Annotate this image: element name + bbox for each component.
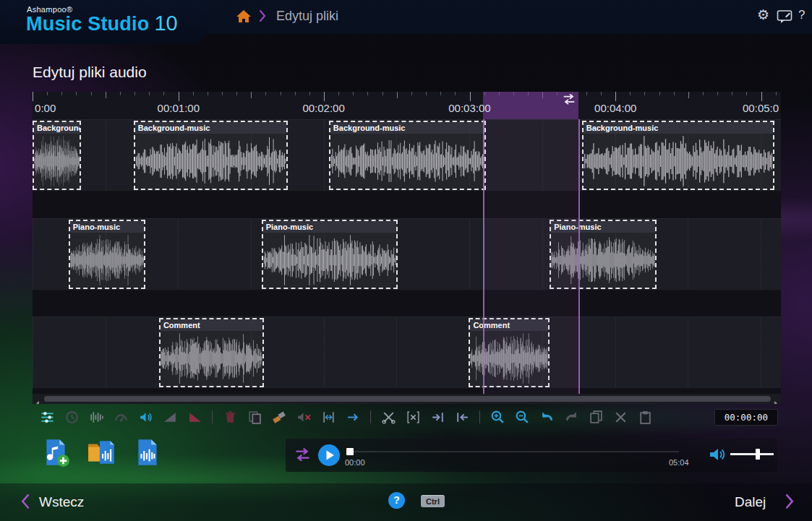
timeline-panel: 0:0000:01:0000:02:0000:03:0000:04:0000:0…: [33, 92, 781, 404]
selection-line-start[interactable]: [483, 119, 484, 394]
ruler-label: 0:00: [35, 102, 56, 114]
cut-selection-icon[interactable]: [404, 408, 422, 426]
ruler-tick: [353, 92, 354, 95]
home-icon[interactable]: [236, 9, 252, 23]
audio-clip[interactable]: Background-music: [134, 121, 288, 190]
copy-icon[interactable]: [587, 408, 604, 426]
audio-clip[interactable]: Comment: [159, 318, 264, 387]
seek-slider[interactable]: [346, 451, 679, 452]
waveform: [135, 134, 286, 188]
breadcrumb: Edytuj pliki: [276, 9, 338, 24]
add-music-file-icon[interactable]: [40, 436, 72, 468]
volume-handle[interactable]: [756, 449, 760, 460]
audio-clip[interactable]: Piano-music: [69, 220, 146, 289]
loop-playback-icon[interactable]: [293, 447, 312, 462]
export-file-icon[interactable]: [132, 436, 164, 468]
zoom-in-icon[interactable]: [489, 408, 506, 426]
ruler-tick: [367, 92, 368, 95]
audio-clip[interactable]: Piano-music: [262, 220, 398, 289]
tempo-icon[interactable]: [112, 408, 129, 426]
fade-out-icon[interactable]: [186, 408, 203, 426]
waveform: [263, 233, 396, 287]
scroll-right-icon[interactable]: [774, 396, 778, 402]
time-ruler[interactable]: 0:0000:01:0000:02:0000:03:0000:04:0000:0…: [33, 92, 781, 119]
ruler-tick: [732, 92, 732, 95]
mute-icon[interactable]: [295, 408, 312, 426]
horizontal-scrollbar[interactable]: [33, 394, 781, 404]
delete-x-icon[interactable]: [612, 408, 629, 426]
selection-line-end[interactable]: [578, 119, 580, 394]
volume-slider[interactable]: [730, 453, 774, 455]
toolbar-divider: [370, 410, 371, 423]
footer-help-icon[interactable]: ?: [388, 492, 405, 509]
file-actions: [40, 436, 164, 468]
audio-clip[interactable]: Background-music: [582, 121, 774, 190]
gear-icon[interactable]: ⚙: [757, 7, 769, 23]
paste-icon[interactable]: [636, 408, 654, 426]
ruler-tick: [76, 92, 77, 95]
app-logo: Music Studio10: [26, 12, 178, 35]
normalize-icon[interactable]: [87, 408, 105, 426]
ruler-tick: [644, 92, 645, 95]
move-right-icon[interactable]: [344, 408, 362, 426]
ruler-tick: [134, 92, 135, 95]
clock-icon[interactable]: [63, 408, 80, 426]
selection-markers-icon[interactable]: [320, 408, 337, 426]
edit-toolbar: 00:00:00: [33, 405, 781, 429]
back-button[interactable]: Wstecz: [39, 494, 84, 510]
import-folder-icon[interactable]: [86, 436, 118, 468]
ruler-tick: [281, 92, 281, 95]
seek-handle[interactable]: [346, 448, 354, 455]
trim-left-icon[interactable]: [453, 408, 471, 426]
speaker-icon[interactable]: [709, 447, 726, 462]
scrollbar-thumb[interactable]: [44, 396, 771, 402]
brand-version: 10: [154, 12, 177, 35]
clip-label: Background-music: [330, 122, 484, 134]
audio-clip[interactable]: Background-music: [329, 121, 486, 190]
fade-in-icon[interactable]: [161, 408, 179, 426]
zoom-out-icon[interactable]: [513, 408, 531, 426]
audio-clip[interactable]: Background: [33, 121, 81, 190]
ruler-tick: [615, 92, 616, 101]
ruler-tick: [601, 92, 602, 95]
ruler-tick: [33, 92, 33, 101]
ruler-label: 00:05:0: [743, 102, 779, 114]
ruler-tick: [659, 92, 660, 95]
volume-icon[interactable]: [137, 408, 154, 426]
ruler-labels: 0:0000:01:0000:02:0000:03:0000:04:0000:0…: [33, 102, 781, 118]
play-button[interactable]: [317, 444, 341, 467]
ruler-tick: [688, 92, 689, 98]
scroll-left-icon[interactable]: [35, 396, 40, 402]
ruler-tick: [208, 92, 208, 95]
clip-label: Background-music: [584, 122, 773, 134]
clip-label: Comment: [161, 319, 262, 331]
breadcrumb-chevron-icon: [259, 9, 266, 22]
mixer-icon[interactable]: [38, 408, 56, 426]
help-icon[interactable]: ?: [798, 8, 805, 22]
ruler-tick: [383, 92, 383, 95]
cursor-time-display: 00:00:00: [714, 409, 778, 426]
undo-icon[interactable]: [538, 408, 555, 426]
ctrl-key-hint: Ctrl: [421, 495, 445, 507]
track-3: CommentComment: [33, 317, 781, 389]
ruler-tick: [251, 92, 252, 98]
ruler-tick: [397, 92, 398, 98]
duplicate-icon[interactable]: [246, 408, 263, 426]
eraser-icon[interactable]: [270, 408, 288, 426]
waveform: [330, 134, 484, 188]
ruler-tick: [324, 92, 325, 101]
next-chevron-icon[interactable]: [785, 494, 795, 510]
ruler-tick: [776, 92, 777, 95]
back-chevron-icon[interactable]: [20, 494, 30, 510]
bottom-nav: Wstecz ? Ctrl Dalej: [0, 483, 812, 521]
redo-icon[interactable]: [563, 408, 580, 426]
cut-icon[interactable]: [380, 408, 397, 426]
next-button[interactable]: Dalej: [735, 494, 766, 510]
ruler-tick: [295, 92, 296, 95]
feedback-icon[interactable]: [777, 9, 792, 24]
trim-right-icon[interactable]: [429, 408, 446, 426]
trash-icon[interactable]: [221, 408, 239, 426]
ruler-label: 00:02:00: [302, 102, 344, 114]
track-1: BackgroundBackground-musicBackground-mus…: [33, 119, 781, 191]
app-window: Ashampoo® Music Studio10 Edytuj pliki ⚙ …: [0, 0, 812, 521]
